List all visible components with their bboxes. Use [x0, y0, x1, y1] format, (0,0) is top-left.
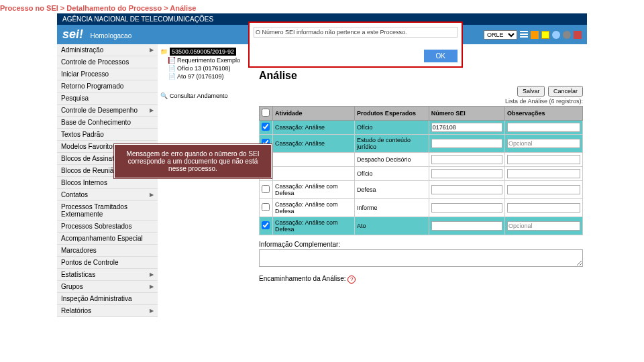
table-row: Cassação: Análise com DefesaDefesa — [260, 181, 583, 199]
table-row: Cassação: Análise com DefesaAto — [260, 217, 583, 235]
cell-atividade: Cassação: Análise com Defesa — [273, 199, 355, 217]
numero-input[interactable] — [431, 155, 502, 164]
doc-tree: 📁53500.059005/2019-92 📄Requerimento Exem… — [158, 44, 255, 317]
enc-label: Encaminhamento da Análise: — [259, 275, 346, 282]
main-panel: O Número SEI informado não pertence a es… — [255, 44, 587, 317]
tree-doc[interactable]: 📄Ofício 13 (0176108) — [160, 64, 252, 72]
config-icon[interactable] — [563, 31, 571, 39]
chevron-right-icon: ▶ — [150, 272, 154, 278]
obs-input[interactable] — [507, 169, 580, 178]
required-icon: ? — [347, 276, 356, 284]
sidebar-item[interactable]: Pontos de Controle — [57, 257, 158, 269]
cell-atividade: Cassação: Análise — [273, 135, 355, 153]
chevron-right-icon: ▶ — [150, 107, 154, 113]
menu-icon[interactable] — [520, 31, 528, 39]
page-title: Análise — [259, 70, 583, 82]
col-produtos: Produtos Esperados — [354, 107, 429, 121]
sidebar-item[interactable]: Marcadores — [57, 245, 158, 257]
consult-link[interactable]: 🔍Consultar Andamento — [160, 93, 252, 99]
row-check[interactable] — [262, 185, 270, 193]
obs-input[interactable] — [507, 203, 580, 213]
row-check[interactable] — [262, 203, 270, 211]
sidebar-item[interactable]: Controle de Desempenho▶ — [57, 105, 158, 117]
select-all[interactable] — [262, 109, 270, 117]
chevron-right-icon: ▶ — [150, 47, 154, 53]
pdf-icon: 📄 — [168, 57, 175, 64]
row-check[interactable] — [262, 221, 270, 229]
sei-logo: sei! — [62, 27, 83, 41]
note-icon[interactable] — [541, 31, 549, 39]
numero-input[interactable] — [431, 203, 502, 213]
sidebar-item[interactable]: Administração▶ — [57, 44, 158, 56]
info-compl-input[interactable] — [259, 249, 583, 267]
cell-produto: Ofício — [354, 167, 429, 181]
cell-produto: Informe — [354, 199, 429, 217]
numero-input[interactable] — [431, 123, 502, 132]
obs-input[interactable] — [507, 221, 580, 231]
tree-doc[interactable]: 📄Ato 97 (0176109) — [160, 72, 252, 80]
numero-input[interactable] — [431, 221, 502, 231]
col-numero: Número SEI — [429, 107, 504, 121]
search-icon: 🔍 — [160, 93, 168, 99]
table-row: Cassação: Análise com DefesaInforme — [260, 199, 583, 217]
chevron-right-icon: ▶ — [150, 308, 154, 314]
table-row: Cassação: AnáliseEstudo de conteúdo jurí… — [260, 135, 583, 153]
analysis-table: Atividade Produtos Esperados Número SEI … — [259, 106, 583, 235]
chevron-right-icon: ▶ — [150, 284, 154, 290]
obs-input[interactable] — [507, 185, 580, 194]
sidebar-item[interactable]: Contatos▶ — [57, 189, 158, 201]
tree-doc[interactable]: 📄Requerimento Exemplo — [160, 56, 252, 64]
sidebar-item[interactable]: Inspeção Administrativa — [57, 293, 158, 305]
table-row: Despacho Decisório — [260, 153, 583, 167]
cell-atividade — [273, 153, 355, 167]
sidebar-item[interactable]: Base de Conhecimento — [57, 117, 158, 129]
breadcrumb: Processo no SEI > Detalhamento do Proces… — [0, 0, 644, 13]
cancel-button[interactable]: Cancelar — [548, 86, 583, 97]
col-obs: Observações — [505, 107, 583, 121]
cell-atividade: Cassação: Análise com Defesa — [273, 181, 355, 199]
cell-atividade: Cassação: Análise com Defesa — [273, 217, 355, 235]
user-icon[interactable] — [552, 31, 560, 39]
table-row: Cassação: AnáliseOfício — [260, 121, 583, 135]
numero-input[interactable] — [431, 185, 502, 194]
row-check[interactable] — [262, 123, 270, 131]
cell-produto: Despacho Decisório — [354, 153, 429, 167]
sidebar-item[interactable]: Grupos▶ — [57, 281, 158, 293]
cell-produto: Ofício — [354, 121, 429, 135]
save-button[interactable]: Salvar — [517, 86, 545, 97]
doc-icon: 📄 — [168, 73, 175, 80]
annotation-callout: Mensagem de erro quando o número do SEI … — [114, 144, 272, 178]
cell-produto: Ato — [354, 217, 429, 235]
sidebar: Administração▶Controle de ProcessosInici… — [57, 44, 158, 317]
obs-input[interactable] — [507, 155, 580, 164]
sidebar-item[interactable]: Iniciar Processo — [57, 68, 158, 80]
numero-input[interactable] — [431, 139, 502, 148]
chevron-right-icon: ▶ — [150, 192, 154, 198]
exit-icon[interactable] — [574, 31, 582, 39]
obs-input[interactable] — [507, 123, 580, 132]
sidebar-item[interactable]: Textos Padrão — [57, 129, 158, 141]
list-info: Lista de Análise (6 registros): — [259, 98, 583, 105]
sidebar-item[interactable]: Blocos Internos — [57, 177, 158, 189]
numero-input[interactable] — [431, 169, 502, 178]
col-atividade: Atividade — [273, 107, 355, 121]
sidebar-item[interactable]: Controle de Processos — [57, 56, 158, 68]
sidebar-item[interactable]: Relatórios▶ — [57, 305, 158, 317]
grid-icon[interactable] — [531, 31, 539, 39]
obs-input[interactable] — [507, 139, 580, 148]
cell-produto: Estudo de conteúdo jurídico — [354, 135, 429, 153]
sidebar-item[interactable]: Acompanhamento Especial — [57, 233, 158, 245]
env-label: Homologacao — [90, 32, 131, 40]
table-row: Ofício — [260, 167, 583, 181]
ok-button[interactable]: OK — [424, 50, 458, 62]
folder-icon: 📁 — [160, 48, 168, 55]
sidebar-item[interactable]: Estatísticas▶ — [57, 269, 158, 281]
sidebar-item[interactable]: Processos Tramitados Externamente — [57, 201, 158, 221]
unit-select[interactable]: ORLE — [484, 30, 517, 40]
cell-atividade: Cassação: Análise — [273, 121, 355, 135]
sidebar-item[interactable]: Processos Sobrestados — [57, 221, 158, 233]
sidebar-item[interactable]: Pesquisa — [57, 93, 158, 105]
doc-icon: 📄 — [168, 65, 175, 72]
sidebar-item[interactable]: Retorno Programado — [57, 80, 158, 93]
process-number[interactable]: 53500.059005/2019-92 — [170, 48, 236, 56]
